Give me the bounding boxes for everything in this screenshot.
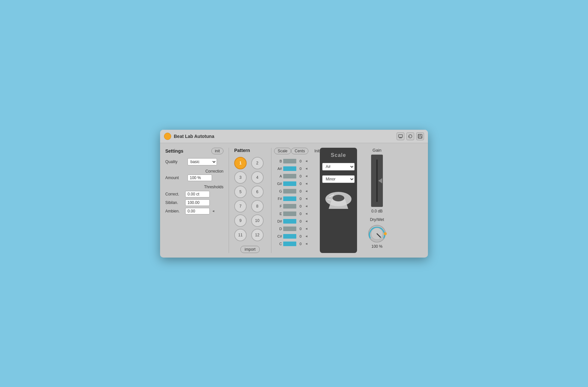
notes-panel: Scale Cents Init B 0 ◄ A# 0 (271, 148, 317, 253)
quality-select[interactable]: basic standard high (188, 158, 217, 165)
note-name-fs: F# (274, 197, 282, 201)
note-value-g: 0 (298, 189, 303, 193)
pattern-btn-3[interactable]: 3 (234, 171, 247, 184)
scale-box: Scale A# C C# D D# E F F# G G# A B Minor (320, 148, 357, 253)
note-arrow-gs: ◄ (305, 182, 308, 185)
import-button[interactable]: import (240, 246, 260, 253)
note-name-e: E (274, 212, 282, 216)
ambien-row: Ambien. 0.00 ◄ (165, 208, 223, 214)
note-name-as: A# (274, 167, 282, 171)
thresholds-label: Thresholds (204, 185, 223, 189)
scale-panel-label: Scale (331, 152, 346, 158)
note-value-ds: 0 (298, 219, 303, 223)
tab-cents[interactable]: Cents (291, 148, 308, 154)
window-title: Beat Lab Autotuna (174, 134, 214, 139)
note-value-e: 0 (298, 212, 303, 216)
note-row-g: G 0 ◄ (274, 188, 315, 195)
note-value-a: 0 (298, 174, 303, 178)
gain-slider-track (376, 160, 378, 202)
note-rows: B 0 ◄ A# 0 ◄ A 0 ◄ (274, 158, 315, 247)
svg-point-9 (333, 195, 344, 201)
note-name-ds: D# (274, 219, 282, 223)
pattern-btn-8[interactable]: 8 (251, 200, 264, 212)
plugin-window: Beat Lab Autotuna (160, 130, 428, 258)
pattern-btn-11[interactable]: 11 (234, 229, 247, 241)
note-value-d: 0 (298, 227, 303, 231)
pattern-btn-5[interactable]: 5 (234, 186, 247, 198)
note-arrow-a: ◄ (305, 174, 308, 178)
mode-select[interactable]: Minor Major Dorian Phrygian Lydian Mixol… (322, 175, 355, 183)
pattern-title: Pattern (234, 148, 266, 153)
settings-title: Settings (165, 148, 183, 154)
scale-panel: Scale A# C C# D D# E F F# G G# A B Minor (317, 148, 360, 253)
save-btn[interactable] (416, 132, 424, 140)
init-button[interactable]: init (211, 148, 223, 154)
gain-title: Gain (372, 148, 381, 153)
scale-mushroom-icon (324, 188, 353, 210)
note-bar-cs (283, 234, 296, 239)
traffic-light[interactable] (164, 133, 171, 140)
gain-panel: Gain 0.0 dB Dry/Wet (360, 148, 389, 253)
pattern-btn-6[interactable]: 6 (251, 186, 264, 198)
note-row-c: C 0 ◄ (274, 240, 315, 247)
correction-label: Correction (205, 169, 223, 174)
monitor-btn[interactable] (397, 132, 404, 140)
drywet-title: Dry/Wet (370, 217, 384, 222)
note-value-cs: 0 (298, 234, 303, 238)
note-row-as: A# 0 ◄ (274, 165, 315, 172)
note-row-e: E 0 ◄ (274, 210, 315, 217)
note-name-b: B (274, 159, 282, 163)
pattern-btn-2[interactable]: 2 (251, 157, 264, 169)
pattern-btn-1[interactable]: 1 (234, 157, 247, 169)
note-value-as: 0 (298, 167, 303, 171)
pattern-btn-12[interactable]: 12 (251, 229, 264, 241)
sibilan-row: Sibilan. 100.00 (165, 199, 223, 206)
gain-value: 0.0 dB (371, 209, 383, 213)
quality-row: Quality basic standard high (165, 158, 223, 165)
settings-panel: Settings init Quality basic standard hig… (165, 148, 229, 253)
ambien-value: 0.00 (185, 208, 210, 214)
note-arrow-f: ◄ (305, 204, 308, 208)
note-bar-g (283, 189, 296, 194)
correct-value: 0.00 ct (185, 191, 210, 197)
title-bar-right (397, 132, 424, 140)
pattern-btn-4[interactable]: 4 (251, 171, 264, 184)
amount-label: Amount (165, 176, 185, 180)
svg-rect-0 (399, 135, 402, 137)
drywet-indicator-dot (384, 232, 387, 235)
note-bar-as (283, 166, 296, 171)
pattern-btn-10[interactable]: 10 (251, 214, 264, 227)
refresh-btn[interactable] (406, 132, 414, 140)
note-bar-fs (283, 196, 296, 201)
gain-slider[interactable] (371, 155, 383, 207)
title-bar: Beat Lab Autotuna (160, 130, 428, 143)
note-name-f: F (274, 204, 282, 208)
note-bar-ds (283, 219, 296, 224)
note-row-d: D 0 ◄ (274, 225, 315, 232)
amount-row: Amount 100 % (165, 175, 223, 181)
plugin-body: Settings init Quality basic standard hig… (160, 143, 428, 258)
note-name-gs: G# (274, 182, 282, 186)
note-name-g: G (274, 189, 282, 193)
pattern-btn-7[interactable]: 7 (234, 200, 247, 212)
note-name-cs: C# (274, 234, 282, 238)
notes-tabs: Scale Cents Init (274, 148, 315, 154)
tab-scale[interactable]: Scale (274, 148, 291, 154)
note-arrow-g: ◄ (305, 189, 308, 193)
note-row-b: B 0 ◄ (274, 158, 315, 165)
gain-slider-thumb (378, 178, 382, 183)
pattern-panel: Pattern 1 2 3 4 5 6 7 8 9 10 11 12 impor… (229, 148, 271, 253)
key-select[interactable]: A# C C# D D# E F F# G G# A B (322, 163, 355, 171)
note-value-gs: 0 (298, 182, 303, 186)
note-bar-b (283, 159, 296, 163)
settings-header: Settings init (165, 148, 223, 154)
note-arrow-e: ◄ (305, 212, 308, 215)
note-bar-gs (283, 181, 296, 186)
note-value-c: 0 (298, 242, 303, 246)
note-arrow-ds: ◄ (305, 219, 308, 223)
note-value-fs: 0 (298, 197, 303, 201)
note-row-f: F 0 ◄ (274, 203, 315, 210)
drywet-knob[interactable] (368, 225, 386, 243)
note-bar-c (283, 242, 296, 246)
pattern-btn-9[interactable]: 9 (234, 214, 247, 227)
